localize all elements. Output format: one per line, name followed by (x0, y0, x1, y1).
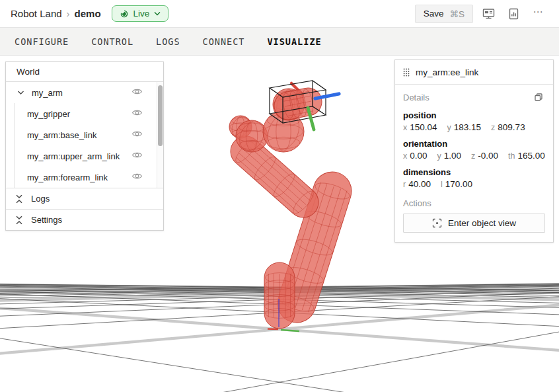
value-position-y: y183.15 (447, 122, 482, 132)
machine-monitor-button[interactable] (478, 5, 498, 23)
ellipsis-icon: ⋯ (533, 6, 544, 18)
value-position-x: x150.04 (403, 122, 437, 132)
breadcrumb-root[interactable]: Robot Land (11, 8, 62, 19)
tree-item-my-gripper[interactable]: my_gripper (6, 103, 163, 124)
world-tree: my_armmy_grippermy_arm:base_linkmy_arm:u… (6, 82, 163, 188)
live-status-dropdown[interactable]: Live (112, 5, 169, 22)
tree-item-my-arm-forearm-link[interactable]: my_arm:forearm_link (6, 167, 163, 188)
visibility-toggle-button[interactable] (131, 130, 143, 139)
eye-visibility-icon (131, 151, 143, 159)
group-name: dimensions (403, 167, 545, 177)
section-settings[interactable]: Settings (6, 209, 163, 230)
tree-item-my-arm-base-link[interactable]: my_arm:base_link (6, 124, 163, 145)
visibility-toggle-button[interactable] (131, 151, 143, 160)
save-label: Save (424, 9, 444, 19)
details-label: Details (403, 93, 429, 102)
enter-object-view-label: Enter object view (448, 218, 516, 228)
world-panel: World my_armmy_grippermy_arm:base_linkmy… (5, 61, 164, 231)
value-dimensions-r: r40.00 (403, 179, 431, 189)
collapse-vertical-icon (15, 216, 23, 225)
value-dimensions-l: l170.00 (441, 179, 472, 189)
tab-connect[interactable]: CONNECT (203, 36, 245, 47)
report-button[interactable] (503, 5, 523, 23)
report-file-icon (509, 8, 519, 20)
eye-visibility-icon (131, 87, 143, 96)
group-name: orientation (403, 139, 545, 149)
collapse-vertical-icon (15, 194, 23, 204)
visibility-toggle-button[interactable] (131, 87, 143, 97)
tree-item-my-arm[interactable]: my_arm (6, 82, 163, 103)
copy-details-button[interactable] (532, 91, 545, 104)
section-logs[interactable]: Logs (6, 188, 163, 209)
breadcrumb-separator-icon: › (67, 8, 70, 19)
live-label: Live (133, 9, 150, 19)
value-orientation-th: th165.00 (508, 151, 545, 161)
focus-icon (432, 218, 442, 228)
tab-control[interactable]: CONTROL (91, 36, 133, 47)
tree-item-label: my_arm:base_link (27, 130, 97, 140)
tab-visualize[interactable]: VISUALIZE (267, 36, 321, 47)
tab-bar: CONFIGURECONTROLLOGSCONNECTVISUALIZE (0, 28, 559, 56)
tree-item-label: my_gripper (27, 109, 70, 119)
value-position-z: z809.73 (491, 122, 525, 132)
actions-label: Actions (403, 198, 545, 208)
tree-item-my-arm-upper-arm-link[interactable]: my_arm:upper_arm_link (6, 145, 163, 167)
expand-toggle[interactable] (17, 90, 24, 95)
detail-group-position: positionx150.04y183.15z809.73 (403, 110, 545, 132)
selected-object-title: my_arm:ee_link (416, 67, 478, 77)
tree-item-label: my_arm:upper_arm_link (27, 151, 120, 161)
chevron-down-icon (154, 11, 161, 16)
eye-visibility-icon (131, 130, 143, 138)
visibility-toggle-button[interactable] (131, 172, 143, 181)
breadcrumb-current: demo (75, 8, 101, 19)
monitor-icon (482, 8, 495, 19)
save-shortcut: ⌘S (449, 9, 465, 19)
copy-icon (533, 92, 544, 102)
app-window: Robot Land › demo Live Save ⌘S (0, 0, 559, 392)
detail-group-orientation: orientationx0.00y1.00z-0.00th165.00 (403, 139, 545, 161)
object-details-panel: my_arm:ee_link Details positionx150.04y1… (394, 59, 554, 243)
tree-scrollbar-thumb[interactable] (158, 85, 163, 146)
more-menu-button[interactable]: ⋯ (529, 5, 548, 23)
section-label: Settings (31, 215, 62, 225)
section-label: Logs (31, 194, 50, 204)
detail-group-dimensions: dimensionsr40.00l170.00 (403, 167, 545, 189)
visibility-toggle-button[interactable] (131, 108, 143, 118)
world-panel-title: World (6, 62, 163, 82)
save-button[interactable]: Save ⌘S (415, 5, 473, 23)
broadcast-icon (120, 9, 129, 19)
chevron-down-icon (17, 90, 24, 95)
tab-logs[interactable]: LOGS (156, 36, 180, 47)
drag-handle-icon[interactable] (403, 68, 410, 77)
value-orientation-x: x0.00 (403, 151, 428, 161)
enter-object-view-button[interactable]: Enter object view (403, 214, 545, 233)
top-header: Robot Land › demo Live Save ⌘S (0, 0, 559, 28)
tree-scrollbar[interactable] (157, 82, 163, 188)
tree-item-label: my_arm (32, 88, 63, 98)
eye-visibility-icon (131, 108, 143, 117)
group-name: position (403, 110, 545, 120)
value-orientation-z: z-0.00 (471, 151, 498, 161)
breadcrumb: Robot Land › demo (11, 8, 101, 19)
eye-visibility-icon (131, 172, 143, 180)
tab-configure[interactable]: CONFIGURE (15, 36, 69, 47)
value-orientation-y: y1.00 (437, 151, 462, 161)
tree-item-label: my_arm:forearm_link (27, 173, 108, 182)
